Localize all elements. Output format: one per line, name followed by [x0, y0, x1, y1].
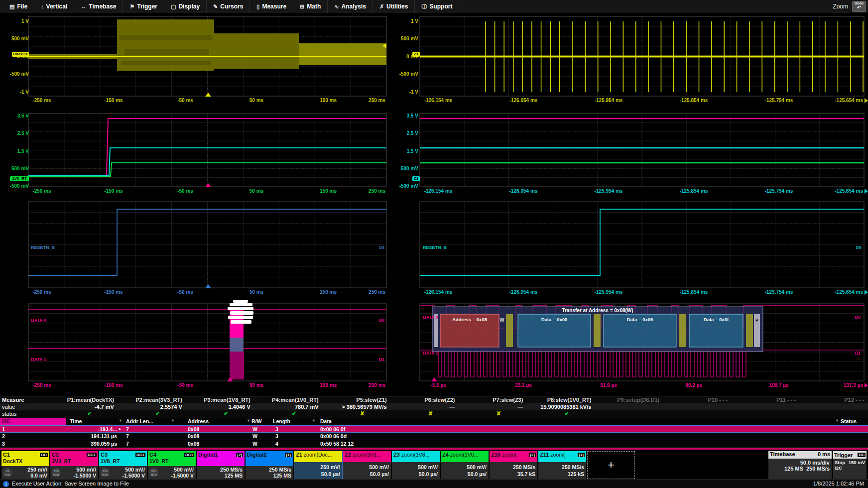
trigger-position-marker[interactable] — [227, 377, 233, 381]
zoom-badge-z1[interactable]: Z1 — [412, 52, 420, 57]
data0-label: DATA 0 — [31, 318, 46, 323]
trigger-level-marker[interactable] — [382, 43, 386, 48]
measure-header-p5[interactable]: P5:slew(Z1) — [323, 397, 387, 403]
x-axis-label: -250 ms — [19, 382, 64, 388]
menu-item-vertical[interactable]: ↕Vertical — [34, 0, 74, 13]
descriptor-scale: 500 mV/ — [174, 467, 194, 473]
measure-header-p8[interactable]: P8:slew(1V0_RT) — [527, 397, 591, 403]
measure-header-p6[interactable]: P6:slew(Z2) — [391, 397, 455, 403]
decode-ack-bar — [594, 314, 601, 347]
descriptor-z2[interactable]: Z2zoom(3V3...500 mV/50.0 µs/ — [343, 451, 391, 479]
measure-header-p2[interactable]: P2:mean(3V3_RT) — [118, 397, 182, 403]
decode-text-scribble — [231, 320, 251, 324]
decode-col-header[interactable]: Time — [70, 418, 82, 424]
descriptor-z3[interactable]: Z3zoom(1V8...500 mV/50.0 µs/ — [392, 451, 440, 479]
descriptor-z10[interactable]: Z10zoom([2]250 MS/s35.7 kS — [490, 451, 537, 479]
measure-header-p1[interactable]: P1:mean(DockTX) — [50, 397, 114, 403]
undo-button[interactable]: Undo↶ — [852, 1, 866, 12]
x-axis-label: -150 ms — [91, 98, 136, 103]
trigger-position-marker[interactable] — [205, 93, 211, 97]
descriptor-offset: 50.0 µs/ — [468, 471, 487, 477]
descriptor-c2[interactable]: C2DC13V3_RT500MHz500 mV/-1.5000 V — [50, 451, 98, 479]
trigger-box[interactable]: TriggerDCStop150 mVI2C — [833, 451, 867, 479]
descriptor-digital1[interactable]: Digital1[2]250 MS/s125 MS — [197, 451, 245, 479]
measure-value-p6: — — [391, 404, 455, 410]
channel-badge-docktx[interactable]: DockTX — [12, 52, 29, 57]
decode-cell-data: 0x00 06 0f — [320, 426, 579, 432]
add-trace-button[interactable]: + — [587, 451, 635, 479]
channel-id: C2 — [52, 452, 59, 458]
x-axis-label: -150 ms — [91, 382, 136, 388]
menu-item-trigger[interactable]: ⚑Trigger — [123, 0, 164, 13]
menu-item-measure[interactable]: ▯Measure — [250, 0, 293, 13]
x-axis-label: -125.654 ms — [818, 289, 863, 295]
menu-item-label: Timebase — [89, 3, 116, 10]
menu-item-timebase[interactable]: ↔Timebase — [74, 0, 123, 13]
decode-cell-data: 0x50 58 12 12 — [320, 441, 579, 447]
descriptor-z1[interactable]: Z1zoom(Doc...250 mV/50.0 µs/ — [294, 451, 342, 479]
zoom-source: zoom(Doc... — [304, 452, 332, 458]
trigger-position-marker[interactable] — [205, 284, 211, 288]
measure-header-p9[interactable]: P9:setup(D8,D1) — [595, 397, 659, 403]
decode-col-header[interactable]: Data — [320, 418, 332, 424]
measure-header-p12[interactable]: P12 - - - — [800, 397, 864, 403]
decode-col-header[interactable]: Addr Len... — [126, 418, 153, 424]
decode-text-scribble — [228, 307, 253, 310]
zoom-badge-z3[interactable]: Z3 — [412, 176, 420, 181]
channel-id: C4 — [149, 452, 156, 458]
menu-item-support[interactable]: ⓘSupport — [415, 0, 459, 13]
menu-item-math[interactable]: ⊞Math — [293, 0, 328, 13]
trigger-body: Stop150 mVI2C — [833, 459, 867, 479]
measure-header-p4[interactable]: P4:mean(1V0_RT) — [254, 397, 319, 403]
decode-row-1[interactable]: 1-193.4...70x08W30x00 06 0f▴ — [0, 425, 868, 433]
decode-col-header[interactable]: Status — [841, 418, 857, 424]
x-axis-label: 108.7 µs — [756, 382, 801, 388]
decode-col-header[interactable]: Address — [188, 418, 209, 424]
docktx-noise-texture — [124, 49, 209, 55]
decode-col-header[interactable]: R/W — [251, 418, 261, 424]
measure-header-p7[interactable]: P7:slew(Z3) — [459, 397, 523, 403]
decode-col-header[interactable]: Length — [273, 418, 290, 424]
descriptor-c3[interactable]: C3DC11V8_RT500MHz500 mV/-1.5000 V — [99, 451, 147, 479]
descriptor-body: 500 mV/50.0 µs/ — [343, 462, 391, 479]
descriptor-digital2[interactable]: Digital2[1]250 MS/s125 MS — [246, 451, 293, 479]
descriptor-header: C3DC11V8_RT — [99, 451, 147, 466]
decode-row-2[interactable]: 2194.131 µs70x08W30x00 06 0d — [0, 433, 868, 440]
channel-badge-1v0rt[interactable]: 1V0_RT — [10, 176, 29, 181]
coupling-badge: [2] — [236, 453, 243, 457]
file-icon: ▤ — [9, 3, 14, 10]
descriptor-z11[interactable]: Z11zoom([1]250 MS/s125 kS — [538, 451, 586, 479]
coupling-badge: DC — [40, 453, 48, 457]
bandwidth-badge: 500MHz — [149, 468, 158, 477]
menu-item-utilities[interactable]: ✗Utilities — [373, 0, 415, 13]
menu-item-display[interactable]: ▢Display — [164, 0, 207, 13]
measure-header-p10[interactable]: P10 - - - — [663, 397, 728, 403]
descriptor-body: 16GHz250 mV/0.0 mV — [1, 466, 49, 479]
timebase-box[interactable]: Timebase0 ms50.0 ms/div125 MS 250 MS/s — [768, 451, 832, 479]
x-axis-label: -125.654 ms — [818, 188, 863, 194]
channel-id: C1 — [3, 452, 10, 458]
measure-header-p3[interactable]: P3:mean(1V8_RT) — [186, 397, 250, 403]
menu-item-file[interactable]: ▤File — [3, 0, 34, 13]
menu-item-analysis[interactable]: ∿Analysis — [328, 0, 373, 13]
measure-row-label: value — [2, 404, 15, 410]
decode-row-3[interactable]: 3390.059 µs70x08W40x50 58 12 12 — [0, 440, 868, 448]
y-axis-label: 500 mV — [6, 36, 29, 41]
descriptor-body: 250 MS/s125 MS — [197, 466, 245, 479]
descriptor-title-line: Z11zoom([1] — [540, 452, 585, 458]
bus-label[interactable]: I2C — [0, 418, 66, 425]
descriptor-z4[interactable]: Z4zoom(1V0...500 mV/50.0 µs/ — [441, 451, 489, 479]
decode-table-scroll-strip — [0, 448, 868, 450]
descriptor-c4[interactable]: C4DC11V0_RT500MHz500 mV/-1.5000 V — [148, 451, 196, 479]
trigger-position-marker[interactable] — [205, 183, 211, 187]
decode-cell-length: 4 — [275, 441, 300, 447]
trigger-position-marker[interactable] — [431, 377, 437, 381]
menu-item-cursors[interactable]: ✎Cursors — [207, 0, 250, 13]
measure-header-p11[interactable]: P11 - - - — [732, 397, 796, 403]
trigger-title: Trigger — [834, 452, 853, 458]
descriptor-c1[interactable]: C1DCDockTX16GHz250 mV/0.0 mV — [1, 451, 49, 479]
decode-text-scribble — [228, 316, 253, 319]
bw-value: 500 — [101, 469, 110, 473]
y-axis-label: -1 V — [395, 89, 418, 95]
measure-value-p4: 780.7 mV — [254, 404, 319, 410]
